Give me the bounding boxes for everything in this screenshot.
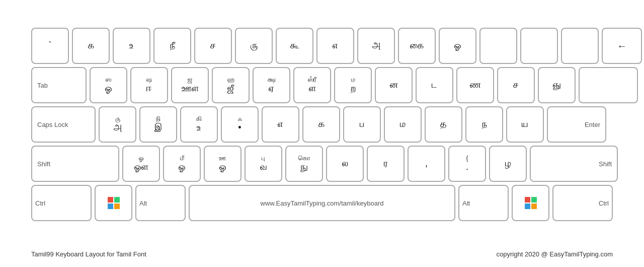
windows-icon-left [107, 196, 121, 210]
key-g[interactable]: எ [262, 106, 299, 143]
key-tab[interactable]: Tab [31, 67, 87, 103]
key-semi[interactable]: ந [465, 106, 503, 143]
key-comma[interactable]: , [408, 146, 445, 182]
footer: Tamil99 Keyboard Layout for Tamil Font c… [31, 250, 613, 258]
key-k[interactable]: ம [384, 106, 422, 143]
key-n[interactable]: ல [326, 146, 364, 182]
key-slash[interactable]: ழ [489, 146, 527, 182]
key-p[interactable]: ண [456, 67, 494, 103]
key-y[interactable]: ஸ்ரீ ள [293, 67, 331, 103]
key-m[interactable]: ர [367, 146, 405, 182]
svg-rect-3 [114, 204, 120, 209]
svg-rect-2 [108, 204, 113, 209]
key-backtick[interactable]: ` [31, 28, 69, 64]
keyboard-row-3: Caps Lock ரு அ நி இ கி உ ஃ • எ க ப ம [31, 106, 613, 143]
key-lbracket[interactable]: ச [497, 67, 535, 103]
key-6[interactable]: கூ [276, 28, 313, 64]
key-t[interactable]: க்ஷ ஏ [253, 67, 290, 103]
key-backspace[interactable]: ← [602, 28, 642, 64]
key-shift-right[interactable]: Shift [530, 146, 618, 182]
key-c[interactable]: ஊ ஓ [204, 146, 242, 182]
svg-rect-6 [525, 204, 530, 209]
key-2[interactable]: உ [113, 28, 150, 64]
keyboard-row-2: Tab ஸ ஓ ஷ ஈ ஜ ஊள ஹ ஜீ க்ஷ ஏ ஸ்ரீ ள ம ற [31, 67, 613, 103]
key-u[interactable]: ம ற [334, 67, 372, 103]
key-w[interactable]: ஷ ஈ [130, 67, 168, 103]
key-0[interactable]: ஓ [439, 28, 476, 64]
windows-icon-right [524, 196, 538, 210]
keyboard-row-5: Ctrl Alt www.EasyTamilTyping.com/tamil/k… [31, 185, 613, 221]
key-q[interactable]: ஸ ஓ [90, 67, 127, 103]
key-period[interactable]: { . [448, 146, 486, 182]
footer-copyright: copyright 2020 @ EasyTamilTyping.com [497, 250, 613, 258]
key-1[interactable]: க [72, 28, 110, 64]
key-equal[interactable] [520, 28, 558, 64]
key-9[interactable]: கை [398, 28, 436, 64]
svg-rect-5 [531, 197, 537, 203]
keyboard-container: ` க உ நீ ச ரு கூ எ அ கை ஓ [31, 28, 613, 224]
key-rbracket[interactable]: ஞு [538, 67, 576, 103]
key-s[interactable]: நி இ [139, 106, 177, 143]
key-win-left[interactable] [95, 185, 132, 221]
key-shift-left[interactable]: Shift [31, 146, 119, 182]
key-caps-lock[interactable]: Caps Lock [31, 106, 96, 143]
key-alt-right[interactable]: Alt [458, 185, 509, 221]
key-7[interactable]: எ [316, 28, 354, 64]
footer-title: Tamil99 Keyboard Layout for Tamil Font [31, 250, 146, 258]
key-z[interactable]: ஓ ஓள [122, 146, 160, 182]
key-d[interactable]: கி உ [180, 106, 218, 143]
key-l[interactable]: த [425, 106, 462, 143]
space-url-label: www.EasyTamilTyping.com/tamil/keyboard [261, 199, 384, 207]
key-x[interactable]: மீ ஓ [163, 146, 201, 182]
key-i[interactable]: ன [375, 67, 413, 103]
key-b[interactable]: கொ நு [285, 146, 323, 182]
svg-rect-1 [114, 197, 120, 203]
key-8[interactable]: அ [357, 28, 395, 64]
svg-rect-7 [531, 204, 537, 209]
key-o[interactable]: ட [416, 67, 453, 103]
key-a[interactable]: ரு அ [99, 106, 136, 143]
key-win-right[interactable] [512, 185, 549, 221]
key-quote[interactable]: ய [506, 106, 544, 143]
key-ctrl-right[interactable]: Ctrl [552, 185, 613, 221]
key-j[interactable]: ப [343, 106, 381, 143]
key-f[interactable]: ஃ • [221, 106, 259, 143]
keyboard-row-1: ` க உ நீ ச ரு கூ எ அ கை ஓ [31, 28, 613, 64]
key-4[interactable]: ச [194, 28, 232, 64]
key-ctrl-left[interactable]: Ctrl [31, 185, 92, 221]
key-space[interactable]: www.EasyTamilTyping.com/tamil/keyboard [189, 185, 455, 221]
key-3[interactable]: நீ [153, 28, 191, 64]
key-h[interactable]: க [302, 106, 340, 143]
key-v[interactable]: பு வ [245, 146, 282, 182]
svg-rect-4 [525, 197, 530, 203]
key-r[interactable]: ஹ ஜீ [212, 67, 250, 103]
key-enter[interactable]: Enter [547, 106, 606, 143]
key-e[interactable]: ஜ ஊள [171, 67, 209, 103]
key-enter-top[interactable] [579, 67, 638, 103]
key-alt-left[interactable]: Alt [135, 185, 186, 221]
key-bslash2[interactable] [561, 28, 599, 64]
keyboard-row-4: Shift ஓ ஓள மீ ஓ ஊ ஓ பு வ கொ நு ல ர , [31, 146, 613, 182]
svg-rect-0 [108, 197, 113, 203]
key-5[interactable]: ரு [235, 28, 273, 64]
key-minus[interactable] [479, 28, 517, 64]
